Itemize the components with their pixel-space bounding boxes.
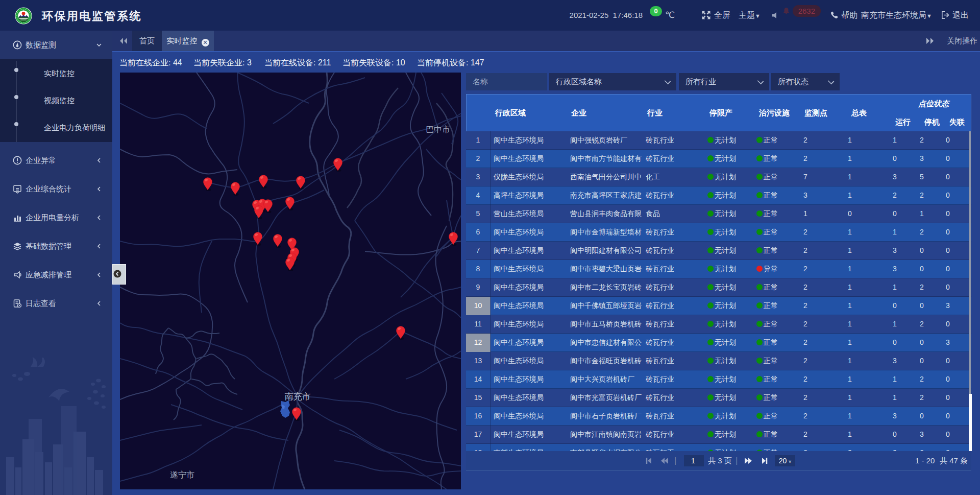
- svg-text:遂宁市: 遂宁市: [170, 470, 194, 479]
- svg-text:南充市: 南充市: [285, 392, 311, 402]
- svg-text:巴中市: 巴中市: [426, 125, 450, 134]
